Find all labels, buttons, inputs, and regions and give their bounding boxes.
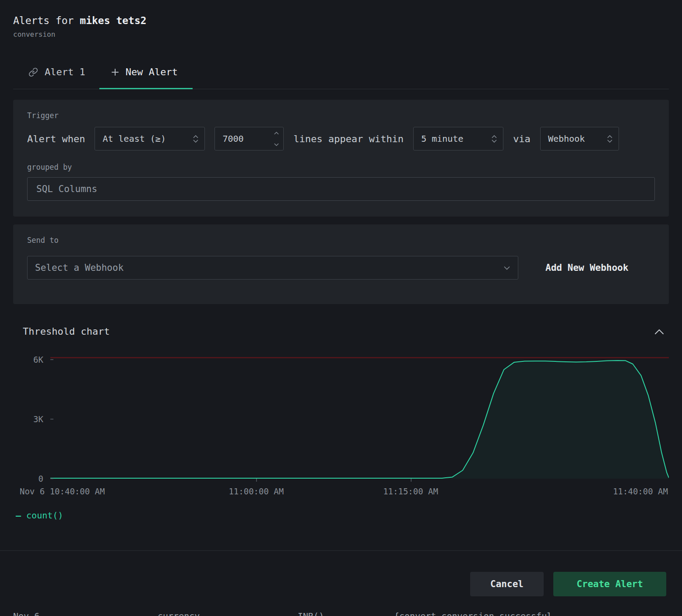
y-tick-label: 3K	[33, 414, 43, 424]
chevron-updown-icon	[193, 135, 198, 143]
clipped-log-row: Nov 6currencyINR(){convert conversion su…	[0, 611, 682, 616]
stepper-down-button[interactable]	[269, 139, 283, 150]
send-to-panel: Send to Select a Webhook Add New Webhook	[13, 224, 669, 304]
tab-alert-1-label: Alert 1	[45, 66, 85, 77]
number-stepper	[269, 127, 283, 150]
plus-icon	[111, 68, 119, 76]
comparator-select[interactable]: At least (≥)	[95, 127, 205, 150]
threshold-chart-plot: 6K3K0	[13, 354, 669, 482]
page-subtitle: conversion	[13, 30, 669, 38]
page-title-prefix: Alerts for	[13, 15, 80, 26]
webhook-select-placeholder: Select a Webhook	[35, 262, 123, 273]
grouped-by-label: grouped by	[27, 163, 655, 172]
lines-within-label: lines appear within	[293, 133, 404, 144]
interval-value: 5 minute	[421, 133, 463, 144]
group-by-input[interactable]	[27, 177, 655, 201]
chart-header: Threshold chart	[13, 326, 669, 337]
add-new-webhook-button[interactable]: Add New Webhook	[545, 262, 629, 273]
clipped-log-fragment: Nov 6	[13, 611, 39, 616]
threshold-chart-section: Threshold chart 6K3K0 Nov 6 10:40:00 AM1…	[13, 326, 669, 521]
plot-area	[50, 354, 669, 482]
channel-select[interactable]: Webhook	[540, 127, 619, 150]
clipped-log-fragment: {convert conversion successful	[394, 611, 552, 616]
send-to-row: Select a Webhook Add New Webhook	[27, 256, 655, 280]
link-icon	[28, 67, 38, 77]
threshold-value: 7000	[215, 127, 269, 150]
y-tick-label: 6K	[33, 355, 43, 364]
tab-new-alert-label: New Alert	[126, 66, 178, 77]
tab-new-alert[interactable]: New Alert	[99, 58, 193, 89]
clipped-log-fragment: INR()	[298, 611, 324, 616]
channel-value: Webhook	[548, 133, 585, 144]
alert-modal: Alerts for mikes tets2 conversion Alert …	[0, 0, 682, 521]
trigger-section-label: Trigger	[27, 111, 655, 120]
chart-legend: — count()	[16, 510, 669, 521]
x-tick-label: Nov 6 10:40:00 AM	[20, 486, 105, 496]
tab-alert-1[interactable]: Alert 1	[13, 58, 99, 89]
modal-footer: Cancel Create Alert	[0, 550, 682, 596]
chevron-up-icon[interactable]	[653, 327, 665, 336]
legend-series-swatch: —	[16, 510, 21, 521]
page-title-source-name: mikes tets2	[80, 15, 146, 26]
chevron-updown-icon	[492, 135, 497, 143]
x-axis-labels: Nov 6 10:40:00 AM11:00:00 AM11:15:00 AM1…	[50, 486, 668, 498]
page-title: Alerts for mikes tets2	[13, 15, 669, 26]
stepper-up-button[interactable]	[269, 127, 283, 139]
trigger-row: Alert when At least (≥) 7000	[27, 127, 655, 150]
cancel-button[interactable]: Cancel	[470, 572, 544, 596]
via-label: via	[513, 133, 531, 144]
x-tick-label: 11:15:00 AM	[383, 486, 438, 496]
webhook-select[interactable]: Select a Webhook	[27, 256, 518, 280]
alert-when-label: Alert when	[27, 133, 85, 144]
x-tick-label: 11:40:00 AM	[613, 486, 668, 496]
y-tick-label: 0	[39, 474, 43, 483]
line-chart-svg	[50, 354, 669, 482]
threshold-number-input[interactable]: 7000	[214, 127, 284, 150]
send-to-label: Send to	[27, 236, 655, 245]
interval-select[interactable]: 5 minute	[413, 127, 503, 150]
chevron-updown-icon	[607, 135, 612, 143]
y-axis-labels: 6K3K0	[13, 354, 50, 482]
trigger-panel: Trigger Alert when At least (≥) 7000	[13, 100, 669, 217]
alert-tabs: Alert 1 New Alert	[13, 58, 669, 89]
page-header: Alerts for mikes tets2 conversion	[13, 0, 669, 38]
chart-title: Threshold chart	[23, 326, 110, 337]
clipped-log-fragment: currency	[158, 611, 200, 616]
x-tick-label: 11:00:00 AM	[229, 486, 284, 496]
comparator-value: At least (≥)	[102, 133, 166, 144]
chevron-down-icon	[504, 266, 510, 270]
legend-series-name: count()	[26, 510, 63, 521]
create-alert-button[interactable]: Create Alert	[553, 572, 666, 596]
